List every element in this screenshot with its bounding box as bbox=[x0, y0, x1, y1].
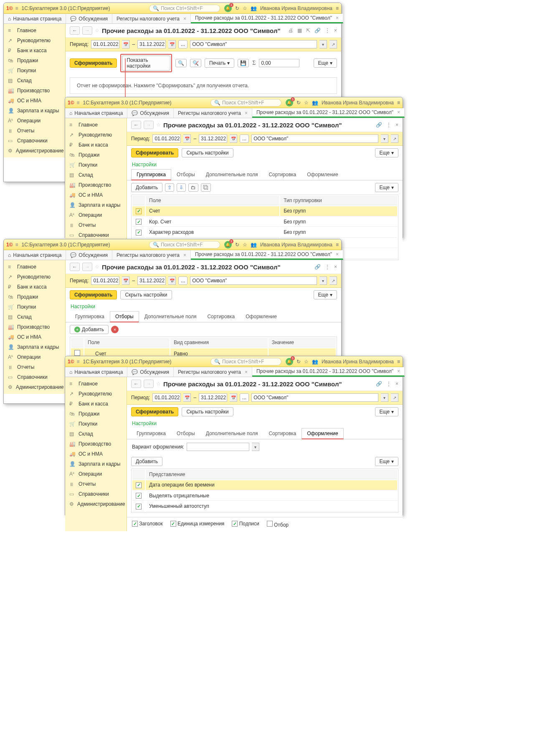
sidebar-item[interactable]: ⫼Отчеты bbox=[4, 126, 65, 136]
sidebar-item[interactable]: ▭Справочники bbox=[65, 489, 127, 499]
sidebar-item[interactable]: ▤Склад bbox=[4, 312, 65, 322]
calendar-icon[interactable]: 📅 bbox=[168, 40, 176, 48]
tab-report[interactable]: Прочие расходы за 01.01.2022 - 31.12.202… bbox=[252, 108, 405, 118]
calendar-icon[interactable]: 📅 bbox=[122, 276, 129, 285]
date-from[interactable]: 01.01.2022 bbox=[152, 134, 181, 143]
bell-icon[interactable]: 🔔 bbox=[224, 5, 232, 12]
sidebar-item[interactable]: 🚚ОС и НМА bbox=[65, 449, 127, 459]
sidebar-item[interactable]: ↗Руководителю bbox=[65, 130, 127, 140]
check-header[interactable]: Заголовок bbox=[132, 521, 163, 528]
close-icon[interactable]: × bbox=[334, 264, 337, 270]
subtab-addfields[interactable]: Дополнительные поля bbox=[200, 169, 264, 180]
checkbox[interactable] bbox=[132, 521, 138, 527]
check-filter[interactable]: Отбор bbox=[267, 521, 289, 528]
sidebar-item[interactable]: AᵏОперации bbox=[4, 352, 65, 362]
link-icon[interactable]: 🔗 bbox=[376, 122, 382, 128]
hide-settings-button[interactable]: Скрыть настройки bbox=[182, 407, 233, 416]
sidebar-item[interactable]: ↗Руководителю bbox=[65, 389, 127, 399]
period-picker[interactable]: ... bbox=[240, 393, 249, 402]
link-icon[interactable]: 🔗 bbox=[314, 28, 321, 33]
checkbox[interactable] bbox=[74, 350, 80, 356]
sidebar-item[interactable]: ⫼Отчеты bbox=[65, 220, 127, 230]
history-icon[interactable]: ↻ bbox=[296, 100, 301, 106]
users-icon[interactable]: 👥 bbox=[251, 5, 257, 11]
add-button[interactable]: Добавить bbox=[131, 183, 162, 192]
checkbox[interactable] bbox=[267, 521, 273, 527]
calendar-icon[interactable]: 📅 bbox=[168, 276, 176, 285]
dropdown-icon[interactable]: ▾ bbox=[319, 40, 327, 48]
user-name[interactable]: Иванова Ирина Владимировна bbox=[260, 242, 332, 248]
sidebar-item[interactable]: ⫼Отчеты bbox=[65, 479, 127, 489]
sidebar-item[interactable]: 🏭Производство bbox=[65, 180, 127, 190]
subtab-group[interactable]: Группировка bbox=[70, 311, 110, 322]
search-input[interactable]: 🔍 Поиск Ctrl+Shift+F bbox=[149, 241, 220, 248]
more-button[interactable]: Еще ▾ bbox=[314, 58, 337, 68]
subtab-group[interactable]: Группировка bbox=[131, 428, 171, 439]
org-input[interactable]: ООО "Символ" bbox=[251, 393, 378, 402]
period-picker[interactable]: ... bbox=[178, 276, 188, 285]
user-name[interactable]: Иванова Ирина Владимировна bbox=[322, 100, 394, 106]
sidebar-item[interactable]: ≡Главное bbox=[4, 25, 65, 35]
sum-field[interactable]: 0,00 bbox=[259, 59, 299, 67]
close-icon[interactable]: × bbox=[334, 28, 337, 33]
search-input[interactable]: 🔍 Поиск Ctrl+Shift+F bbox=[210, 358, 281, 365]
bell-icon[interactable]: 🔔 bbox=[224, 241, 232, 248]
subtab-group[interactable]: Группировка bbox=[131, 169, 171, 180]
back-button[interactable]: ← bbox=[70, 263, 80, 271]
subtab-sort[interactable]: Сортировка bbox=[263, 169, 302, 180]
org-input[interactable]: ООО "Символ" bbox=[190, 40, 317, 48]
sidebar-item[interactable]: 🚚ОС и НМА bbox=[65, 190, 127, 200]
tab-report[interactable]: Прочие расходы за 01.01.2022 - 31.12.202… bbox=[252, 367, 405, 377]
subtab-design[interactable]: Оформление bbox=[302, 428, 343, 439]
sidebar-item[interactable]: ₽Банк и касса bbox=[65, 140, 127, 150]
date-to[interactable]: 31.12.2022 bbox=[199, 134, 227, 143]
table-row[interactable]: Выделять отрицательные bbox=[132, 491, 397, 501]
save-button[interactable]: 💾 bbox=[238, 59, 249, 67]
users-icon[interactable]: 👥 bbox=[312, 100, 318, 106]
tool1-button[interactable]: 🗀 bbox=[188, 183, 198, 192]
move-down-button[interactable]: ⇩ bbox=[177, 183, 186, 192]
subtab-design[interactable]: Оформление bbox=[302, 169, 343, 180]
fav-icon[interactable]: ☆ bbox=[156, 381, 161, 387]
sidebar-item[interactable]: 🏭Производство bbox=[4, 322, 65, 332]
users-icon[interactable]: 👥 bbox=[312, 359, 318, 365]
close-icon[interactable]: × bbox=[183, 16, 186, 22]
sidebar-item[interactable]: ≡Главное bbox=[65, 120, 127, 130]
dropdown-icon[interactable]: ▾ bbox=[252, 443, 259, 451]
subtab-addfields[interactable]: Дополнительные поля bbox=[139, 311, 202, 322]
sidebar-item[interactable]: ₽Банк и касса bbox=[4, 46, 65, 56]
sidebar-item[interactable]: 🛒Покупки bbox=[4, 66, 65, 76]
subtab-sort[interactable]: Сортировка bbox=[263, 428, 302, 439]
checkbox[interactable] bbox=[136, 482, 142, 488]
date-from[interactable]: 01.01.2022 bbox=[152, 393, 181, 402]
sidebar-item[interactable]: 🛒Покупки bbox=[4, 302, 65, 312]
org-input[interactable]: ООО "Символ" bbox=[190, 276, 317, 285]
sidebar-item[interactable]: ↗Руководителю bbox=[4, 272, 65, 282]
move-up-button[interactable]: ⇧ bbox=[165, 183, 174, 192]
sidebar-item[interactable]: 🛍Продажи bbox=[65, 409, 127, 419]
fav-icon[interactable]: ☆ bbox=[95, 264, 99, 270]
sidebar-item[interactable]: ▤Склад bbox=[65, 429, 127, 439]
tab-registry[interactable]: Регистры налогового учета× bbox=[112, 250, 191, 260]
check-unit[interactable]: Единица измерения bbox=[170, 521, 225, 528]
tab-home[interactable]: ⌂Начальная страница bbox=[4, 14, 66, 23]
subtab-design[interactable]: Оформление bbox=[240, 311, 282, 322]
fwd-button[interactable]: → bbox=[82, 26, 92, 35]
hide-settings-button[interactable]: Скрыть настройки bbox=[182, 148, 233, 157]
more-icon[interactable]: ⋮ bbox=[386, 122, 391, 128]
date-to[interactable]: 31.12.2022 bbox=[137, 40, 166, 48]
sidebar-item[interactable]: ⚙Администрирование bbox=[4, 146, 65, 156]
grid-icon[interactable]: ▦ bbox=[297, 28, 302, 33]
star-icon[interactable]: ☆ bbox=[243, 5, 247, 11]
menu2-icon[interactable]: ≡ bbox=[397, 359, 400, 365]
fav-icon[interactable]: ☆ bbox=[95, 28, 99, 33]
fwd-button[interactable]: → bbox=[144, 121, 154, 129]
close-icon[interactable]: × bbox=[395, 122, 398, 128]
generate-button[interactable]: Сформировать bbox=[131, 407, 178, 416]
more-icon[interactable]: ⋮ bbox=[325, 28, 330, 33]
menu-icon[interactable]: ≡ bbox=[77, 359, 80, 365]
menu2-icon[interactable]: ≡ bbox=[336, 5, 339, 11]
fwd-button[interactable]: → bbox=[144, 380, 154, 388]
history-icon[interactable]: ↻ bbox=[235, 5, 239, 11]
add-button[interactable]: Добавить bbox=[131, 457, 162, 466]
